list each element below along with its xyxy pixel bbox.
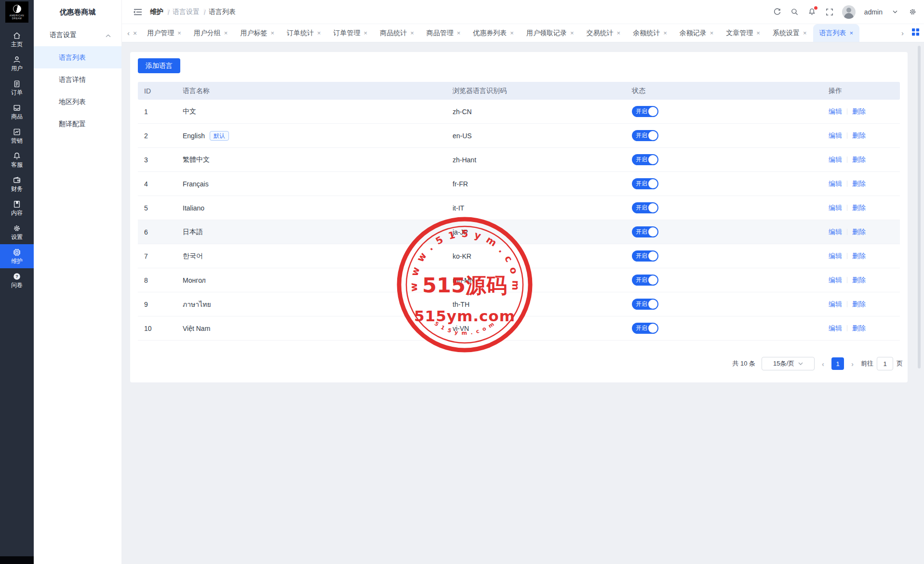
tab-close-icon[interactable]: × [756,29,760,37]
delete-link[interactable]: 删除 [852,156,866,164]
edit-link[interactable]: 编辑 [829,276,842,285]
rail-item-service[interactable]: 客服 [0,148,34,172]
rail-item-content[interactable]: 内容 [0,196,34,220]
edit-link[interactable]: 编辑 [829,228,842,236]
page-scrollbar[interactable] [918,46,921,368]
tab-close-icon[interactable]: × [364,29,368,37]
tab-close-icon[interactable]: × [510,29,514,37]
rail-item-users[interactable]: 用户 [0,52,34,76]
tab[interactable]: 用户管理 × [141,24,187,42]
tab-close-icon[interactable]: × [270,29,274,37]
tab-close-icon[interactable]: × [570,29,574,37]
tab[interactable]: 系统设置 × [766,24,813,42]
status-toggle[interactable]: 开启 [632,106,658,117]
cell-language-name: Italiano [176,204,446,212]
delete-link[interactable]: 删除 [852,204,866,212]
delete-link[interactable]: 删除 [852,300,866,309]
tab-close-icon[interactable]: × [317,29,321,37]
fullscreen-icon[interactable] [825,7,834,17]
tab-close-icon[interactable]: × [710,29,714,37]
tab-actions-grid-icon[interactable] [912,28,919,38]
status-toggle[interactable]: 开启 [632,250,658,262]
tab[interactable]: 优惠券列表 × [467,24,520,42]
edit-link[interactable]: 编辑 [829,156,842,164]
goto-page-input[interactable] [877,357,893,370]
sidebar-group-language-settings[interactable]: 语言设置 [34,24,121,46]
delete-link[interactable]: 删除 [852,180,866,188]
status-toggle[interactable]: 开启 [632,154,658,165]
tab[interactable]: 商品管理 × [420,24,467,42]
status-toggle[interactable]: 开启 [632,130,658,141]
tab-close-icon[interactable]: × [803,29,807,37]
status-toggle[interactable]: 开启 [632,226,658,237]
breadcrumb-level2[interactable]: 语言设置 [173,8,200,16]
tab-close-icon[interactable]: × [224,29,228,37]
tabs-scroll-left-icon[interactable]: ‹ [125,29,132,37]
status-toggle[interactable]: 开启 [632,178,658,189]
settings-gear-icon[interactable] [908,7,917,17]
tab[interactable]: 文章管理 × [720,24,766,42]
prev-page-icon[interactable]: ‹ [821,360,825,368]
tab[interactable]: 余额记录 × [673,24,720,42]
sidebar-item-translation-config[interactable]: 翻译配置 [34,113,121,135]
sidebar-item-language-detail[interactable]: 语言详情 [34,68,121,91]
delete-link[interactable]: 删除 [852,324,866,333]
delete-link[interactable]: 删除 [852,107,866,116]
delete-link[interactable]: 删除 [852,228,866,236]
edit-link[interactable]: 编辑 [829,204,842,212]
collapse-sidebar-icon[interactable] [134,9,142,15]
edit-link[interactable]: 编辑 [829,300,842,309]
tab[interactable]: 商品统计 × [374,24,420,42]
tab[interactable]: 语言列表 × [813,24,860,42]
tabs-scroll-right-icon[interactable]: › [899,29,906,37]
status-toggle[interactable]: 开启 [632,202,658,213]
chevron-up-icon [106,31,111,39]
add-language-button[interactable]: 添加语言 [138,58,180,73]
rail-item-products[interactable]: 商品 [0,100,34,124]
edit-link[interactable]: 编辑 [829,180,842,188]
refresh-icon[interactable] [773,7,782,17]
tab-close-icon[interactable]: × [663,29,667,37]
sidebar-item-region-list[interactable]: 地区列表 [34,91,121,113]
username-label[interactable]: admin [864,8,883,16]
status-toggle[interactable]: 开启 [632,275,658,286]
tab[interactable]: 交易统计 × [580,24,627,42]
tab-close-icon[interactable]: × [410,29,414,37]
status-toggle[interactable]: 开启 [632,299,658,310]
rail-item-survey[interactable]: ? 问卷 [0,268,34,292]
edit-link[interactable]: 编辑 [829,107,842,116]
sidebar-item-language-list[interactable]: 语言列表 [34,46,121,68]
tab-close-icon[interactable]: × [177,29,181,37]
tab[interactable]: 用户分组 × [187,24,234,42]
rail-item-home[interactable]: 主页 [0,27,34,52]
tab[interactable]: 订单管理 × [327,24,374,42]
delete-link[interactable]: 删除 [852,131,866,140]
rail-item-settings[interactable]: 设置 [0,220,34,244]
partial-tab-close-icon[interactable]: × [132,29,141,37]
user-avatar[interactable] [842,5,856,19]
status-toggle[interactable]: 开启 [632,323,658,334]
tab[interactable]: 用户标签 × [234,24,281,42]
rail-item-maintenance[interactable]: 维护 [0,244,34,268]
delete-link[interactable]: 删除 [852,252,866,261]
rail-item-marketing[interactable]: 营销 [0,124,34,148]
edit-link[interactable]: 编辑 [829,324,842,333]
tab[interactable]: 订单统计 × [281,24,327,42]
search-icon[interactable] [790,7,800,17]
next-page-icon[interactable]: › [850,360,855,368]
breadcrumb-level1[interactable]: 维护 [150,8,163,16]
edit-link[interactable]: 编辑 [829,252,842,261]
tab-close-icon[interactable]: × [457,29,461,37]
tab[interactable]: 余额统计 × [627,24,673,42]
delete-link[interactable]: 删除 [852,276,866,285]
notification-bell-icon[interactable] [807,7,817,17]
rail-item-orders[interactable]: 订单 [0,76,34,100]
chevron-down-icon[interactable] [890,7,900,17]
page-number-button[interactable]: 1 [831,357,844,370]
rail-item-finance[interactable]: 财务 [0,172,34,196]
edit-link[interactable]: 编辑 [829,131,842,140]
tab-close-icon[interactable]: × [617,29,621,37]
tab-close-icon[interactable]: × [850,29,854,37]
page-size-select[interactable]: 15条/页 [762,357,815,370]
tab[interactable]: 用户领取记录 × [520,24,580,42]
